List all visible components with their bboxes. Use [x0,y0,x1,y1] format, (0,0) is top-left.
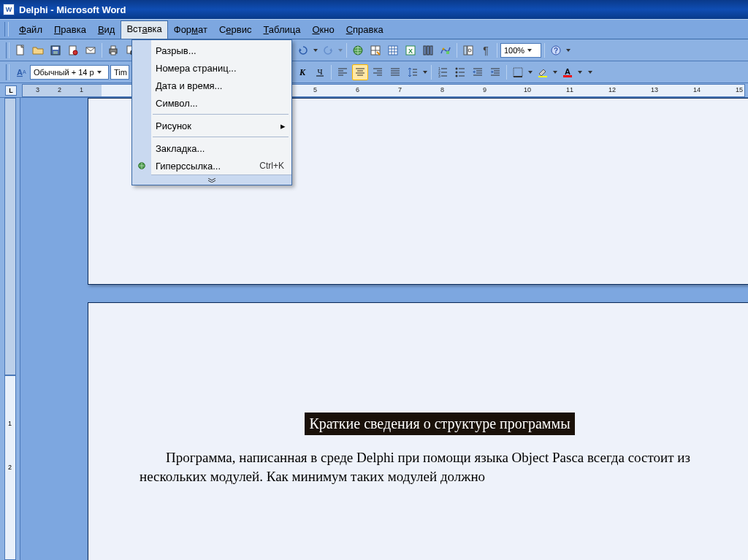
columns-button[interactable] [420,42,436,58]
email-button[interactable] [83,42,99,58]
borders-dropdown[interactable] [527,71,533,74]
menu-tools[interactable]: Сервис [213,21,258,38]
menu-format[interactable]: Формат [168,21,213,38]
word-app-icon: W [3,4,15,15]
vertical-ruler[interactable]: 1 2 [0,98,20,560]
font-color-button[interactable]: A [560,64,576,80]
svg-point-5 [73,50,77,55]
new-document-button[interactable] [12,42,28,58]
svg-text:?: ? [554,47,558,55]
svg-rect-17 [389,46,397,55]
menu-item-hyperlink[interactable]: Гиперссылка... Ctrl+K [132,157,291,174]
line-spacing-dropdown[interactable] [422,71,428,74]
svg-rect-29 [464,46,467,55]
align-center-button[interactable] [352,64,368,80]
drawing-button[interactable] [438,42,454,58]
save-button[interactable] [47,42,64,58]
align-left-button[interactable] [335,64,351,80]
menu-insert[interactable]: Вставка [121,20,167,39]
menu-view[interactable]: Вид [92,21,121,38]
menu-item-symbol[interactable]: Символ... [132,94,291,112]
svg-text:3: 3 [438,74,440,78]
svg-point-66 [456,71,458,73]
separator [506,65,507,80]
undo-dropdown[interactable] [313,49,318,52]
document-area[interactable]: Краткие сведения о структуре программы П… [20,98,748,560]
increase-indent-button[interactable] [487,64,503,80]
insert-table-button[interactable] [385,42,401,58]
paragraph-marks-button[interactable]: ¶ [478,42,494,58]
insert-dropdown-menu: Разрыв... Номера страниц... Дата и время… [131,39,292,185]
font-color-dropdown[interactable] [577,71,583,74]
help-button[interactable]: ? [548,42,564,58]
toolbar-options-dropdown[interactable] [565,49,571,52]
menu-window[interactable]: Окно [306,21,340,38]
separator [544,43,545,58]
hyperlink-shortcut: Ctrl+K [259,161,284,171]
menu-item-picture[interactable]: Рисунок ▸ [132,117,291,134]
page-current[interactable]: Краткие сведения о структуре программы П… [88,302,748,560]
toolbar-standard: X ¶ 100% ? [0,39,748,61]
svg-rect-2 [53,47,58,50]
numbered-list-button[interactable]: 123 [435,64,451,80]
horizontal-ruler[interactable]: 3 2 1 5 6 7 8 9 10 11 12 13 14 15 [22,84,745,97]
insert-excel-button[interactable]: X [402,42,419,58]
title-bar: W Delphi - Microsoft Word [0,0,748,19]
svg-rect-24 [424,46,426,55]
svg-text:A: A [17,68,23,77]
zoom-combo[interactable]: 100% [500,43,541,58]
svg-text:Ч: Ч [317,67,322,76]
svg-text:A: A [565,67,570,76]
menu-help[interactable]: Справка [340,21,389,38]
toolbar-grip[interactable] [6,42,9,58]
highlight-dropdown[interactable] [552,71,558,74]
open-button[interactable] [30,42,46,58]
undo-button[interactable] [295,42,311,58]
align-right-button[interactable] [370,64,386,80]
bulleted-list-button[interactable] [452,64,468,80]
svg-rect-9 [111,52,115,55]
borders-button[interactable] [510,64,526,80]
separator [346,43,347,58]
toolbar-grip[interactable] [6,64,9,80]
hyperlink-button[interactable] [350,42,366,58]
underline-button[interactable]: Ч [312,64,328,80]
separator [497,43,497,58]
document-heading: Краткие сведения о структуре программы [305,413,574,435]
align-justify-button[interactable] [387,64,403,80]
menubar-grip[interactable] [4,22,9,37]
tables-borders-button[interactable] [367,42,383,58]
decrease-indent-button[interactable] [470,64,486,80]
highlight-button[interactable] [535,64,551,80]
font-combo[interactable]: Tim [110,65,129,80]
svg-rect-79 [514,68,522,77]
permission-button[interactable] [65,42,81,58]
menu-item-page-numbers[interactable]: Номера страниц... [132,59,291,77]
svg-point-67 [456,74,458,77]
svg-text:A: A [23,69,26,74]
menu-expand-chevron[interactable] [132,174,291,185]
italic-button[interactable]: К [294,64,310,80]
toolbar-options-dropdown-2[interactable] [587,71,593,74]
document-paragraph: Программа, написанная в среде Delphi при… [140,448,740,486]
menu-table[interactable]: Таблица [257,21,306,38]
styles-button[interactable]: AA [12,64,28,80]
menu-item-bookmark[interactable]: Закладка... [132,139,291,157]
workspace: 1 2 Краткие сведения о структуре програм… [0,98,748,560]
window-title: Delphi - Microsoft Word [19,4,126,15]
ruler-row: L 3 2 1 5 6 7 8 9 10 11 12 13 14 15 [0,83,748,98]
document-map-button[interactable] [460,42,476,58]
redo-button[interactable] [320,42,336,58]
separator [457,43,457,58]
tab-selector[interactable]: L [0,84,22,97]
svg-rect-81 [538,76,547,77]
style-combo[interactable]: Обычный + 14 р [30,65,109,80]
menu-item-date-time[interactable]: Дата и время... [132,77,291,94]
menu-edit[interactable]: Правка [48,21,92,38]
menu-file[interactable]: ФФайлайл [13,21,48,38]
menu-bar: ФФайлайл Правка Вид Вставка Формат Серви… [0,19,748,39]
line-spacing-button[interactable] [405,64,421,80]
menu-item-break[interactable]: Разрыв... [132,42,291,59]
redo-dropdown[interactable] [337,49,343,52]
print-button[interactable] [105,42,121,58]
